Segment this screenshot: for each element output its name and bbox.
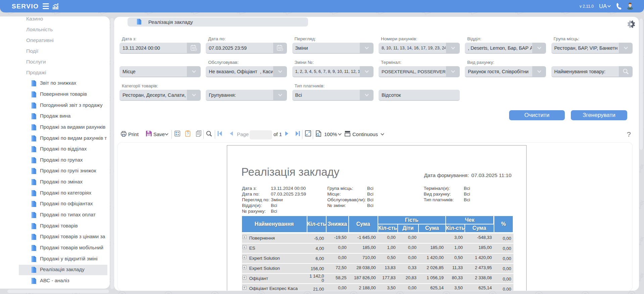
svg-text:?: ? [187, 132, 189, 136]
